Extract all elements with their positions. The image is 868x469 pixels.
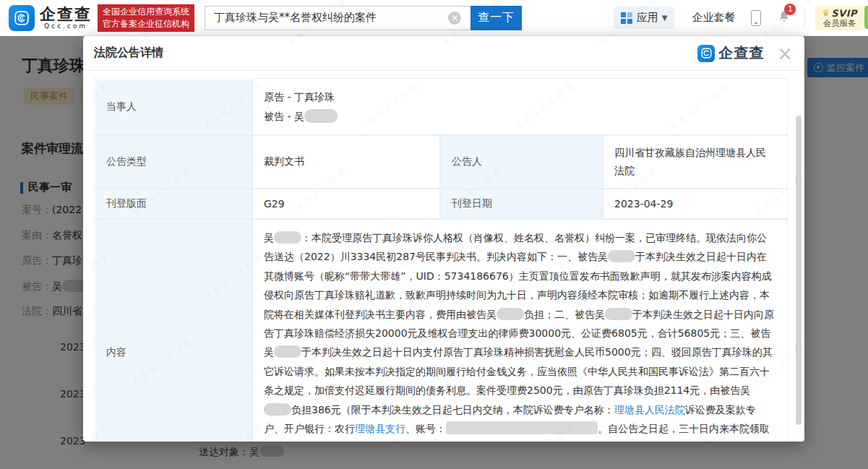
content-text: 、账号： <box>405 423 446 434</box>
redacted-text <box>605 308 632 320</box>
announcer-value: 四川省甘孜藏族自治州理塘县人民法院 <box>603 135 787 189</box>
date-label: 刊登日期 <box>440 189 603 219</box>
date-value: 2023-04-29 <box>603 189 787 219</box>
logo-cn: 企查查 <box>40 7 92 22</box>
svip-label: SVIP <box>831 8 857 19</box>
top-navbar: 企查查 Qcc.com 全国企业信用查询系统 官方备案企业征信机构 ✕ 查一下 … <box>0 0 868 36</box>
redacted-text <box>497 308 524 320</box>
qcc-logo-text: 企查查 Qcc.com <box>40 7 92 30</box>
slogan-line1: 全国企业信用查询系统 <box>103 6 189 18</box>
enterprise-package-link[interactable]: 企业套餐 <box>692 11 735 25</box>
brand-name: 企查查 <box>718 43 764 63</box>
content-text: 负担386元（限于本判决生效之日起七日内交纳，本院诉讼费专户名称： <box>291 404 614 416</box>
redacted-text <box>304 109 338 123</box>
svip-sub-label: 会员服务 <box>822 19 857 28</box>
apps-label: 应用 <box>637 11 658 25</box>
qcc-logo-icon <box>697 45 715 62</box>
qcc-logo[interactable]: 企查查 Qcc.com <box>9 5 92 31</box>
cut-off-side-widget <box>864 6 868 29</box>
court-announcement-modal: 法院公告详情 企查查 × 当事人 原告 - 丁真珍珠 被告 - 吴 <box>83 36 804 442</box>
chevron-down-icon: ▼ <box>662 14 668 22</box>
redacted-text <box>274 231 301 244</box>
defendant-text: 被告 - 吴 <box>264 111 304 122</box>
redacted-text <box>264 403 291 416</box>
table-row: 刊登版面 G29 刊登日期 2023-04-29 <box>95 189 787 219</box>
notifications-button[interactable]: 1 <box>777 9 791 27</box>
page-label: 刊登版面 <box>95 189 252 219</box>
svip-service-button[interactable]: ♛ SVIP 会员服务 <box>815 6 864 30</box>
close-icon[interactable]: × <box>777 46 793 61</box>
bank-branch-link[interactable]: 理塘县支行 <box>355 423 405 434</box>
court-link[interactable]: 理塘县人民法院 <box>614 404 685 416</box>
modal-brand: 企查查 × <box>697 43 793 63</box>
defendant-line: 被告 - 吴 <box>264 107 775 126</box>
party-label: 当事人 <box>95 79 252 135</box>
modal-title: 法院公告详情 <box>94 46 163 61</box>
navbar-right: 应用 ▼ 企业套餐 1 ♛ SVIP 会员服务 <box>614 6 864 30</box>
content-value: 吴：本院受理原告丁真珍珠诉你人格权（肖像权、姓名权、名誉权）纠纷一案，已审理终结… <box>252 219 787 442</box>
logo-en: Qcc.com <box>40 22 92 30</box>
search-input[interactable] <box>205 6 470 30</box>
redacted-text <box>274 345 301 358</box>
table-row: 当事人 原告 - 丁真珍珠 被告 - 吴 <box>95 79 787 135</box>
search-button[interactable]: 查一下 <box>470 6 522 30</box>
modal-scrollbar[interactable] <box>796 116 802 425</box>
clear-search-icon[interactable]: ✕ <box>448 12 461 25</box>
table-row: 公告类型 裁判文书 公告人 四川省甘孜藏族自治州理塘县人民法院 <box>95 135 787 189</box>
apps-grid-icon <box>621 12 632 24</box>
crown-icon: ♛ <box>822 9 830 17</box>
mobile-app-icon[interactable] <box>751 10 761 26</box>
modal-body: 当事人 原告 - 丁真珍珠 被告 - 吴 公告类型 裁判文书 公告人 四川省甘孜… <box>83 71 804 442</box>
content-text: 吴 <box>264 232 274 244</box>
plaintiff-line: 原告 - 丁真珍珠 <box>264 87 775 107</box>
modal-header: 法院公告详情 企查查 × <box>83 36 804 71</box>
table-row: 内容 吴：本院受理原告丁真珍珠诉你人格权（肖像权、姓名权、名誉权）纠纷一案，已审… <box>95 219 787 442</box>
notification-badge: 1 <box>784 4 796 15</box>
redacted-text <box>608 250 635 262</box>
type-label: 公告类型 <box>95 135 252 189</box>
content-label: 内容 <box>95 219 252 442</box>
type-value: 裁判文书 <box>252 135 440 189</box>
search-bar: ✕ 查一下 <box>205 6 522 30</box>
announcement-table: 当事人 原告 - 丁真珍珠 被告 - 吴 公告类型 裁判文书 公告人 四川省甘孜… <box>94 78 788 442</box>
announcer-label: 公告人 <box>440 135 603 189</box>
qcc-logo-icon <box>9 5 35 31</box>
slogan-line2: 官方备案企业征信机构 <box>103 18 189 30</box>
nav-divider <box>804 9 805 27</box>
party-value: 原告 - 丁真珍珠 被告 - 吴 <box>252 79 787 135</box>
page-value: G29 <box>252 189 440 219</box>
content-text: 于本判决生效之日起十日内支付原告丁真珍珠精神损害抚慰金人民币5000元；四、驳回… <box>264 346 773 396</box>
slogan-badge: 全国企业信用查询系统 官方备案企业征信机构 <box>98 4 194 32</box>
content-text: 负担；二、被告吴 <box>524 309 605 320</box>
redacted-account-number <box>446 421 598 434</box>
apps-menu-button[interactable]: 应用 ▼ <box>614 7 675 29</box>
